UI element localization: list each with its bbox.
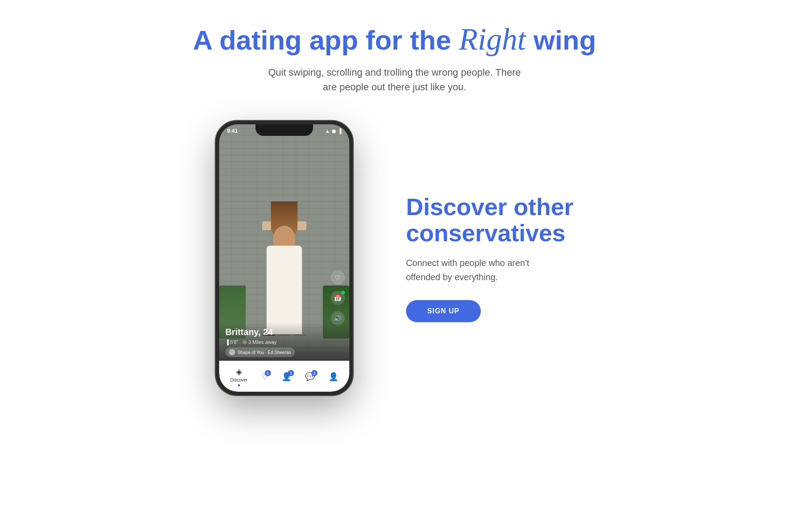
discover-icon: ◈ (236, 367, 242, 377)
phone-screen: 9:41 ▲ ◉ ▐ (219, 124, 349, 392)
progress-dot-3 (293, 335, 306, 336)
main-content: 9:41 ▲ ◉ ▐ (0, 121, 789, 395)
phone-notch (255, 124, 313, 136)
distance-value: 3 Miles away (248, 339, 277, 345)
nav-likes[interactable]: ♡ 1 (261, 372, 268, 382)
distance-detail: ◎ 3 Miles away (243, 339, 277, 345)
nav-discover-label: Discover (230, 378, 248, 382)
progress-dot-1 (263, 335, 276, 336)
action-icons: ♡ 📅 🔊 (331, 270, 345, 325)
phone-mockup: 9:41 ▲ ◉ ▐ (216, 121, 353, 395)
likes-icon: ♡ 1 (261, 372, 268, 382)
matches-icon: 👤 1 (282, 372, 291, 382)
headline-part2: wing (526, 25, 596, 55)
online-dot (341, 291, 345, 294)
profile-overlay: Brittany, 24 ▐ 5'8" ◎ 3 Miles away (219, 322, 349, 361)
nav-matches[interactable]: 👤 1 (282, 372, 291, 382)
phone-bottom-nav: ◈ Discover ♡ 1 👤 (219, 361, 349, 392)
status-icons: ▲ ◉ ▐ (325, 128, 341, 134)
likes-badge: 1 (265, 370, 271, 376)
person-body (267, 246, 302, 334)
right-content: Discover other conservatives Connect wit… (406, 194, 573, 323)
nav-messages[interactable]: 💬 1 (305, 372, 315, 382)
battery-icon: ▐ (338, 128, 341, 134)
messages-badge: 1 (311, 370, 317, 376)
messages-icon: 💬 1 (305, 372, 315, 382)
page-container: A dating app for the Right wing Quit swi… (0, 0, 789, 532)
nav-profile[interactable]: 👤 (329, 372, 338, 382)
height-value: 5'8" (230, 339, 238, 345)
nav-discover[interactable]: ◈ Discover (230, 367, 248, 386)
music-track: Shape of You · Ed Sheeran (238, 350, 291, 355)
profile-details: ▐ 5'8" ◎ 3 Miles away (225, 339, 343, 345)
height-detail: ▐ 5'8" (225, 339, 238, 345)
signal-icon: ▲ (325, 128, 330, 134)
feature-heading-line1: Discover other (406, 193, 573, 220)
status-time: 9:41 (227, 128, 238, 134)
phone-photo: ♡ 📅 🔊 Brittany, 24 (219, 124, 349, 361)
music-icon: ♪ (229, 349, 235, 355)
profile-nav-icon: 👤 (329, 372, 338, 382)
feature-heading-line2: conservatives (406, 220, 565, 246)
matches-badge: 1 (288, 370, 294, 376)
photo-progress (263, 335, 306, 336)
main-headline: A dating app for the Right wing (193, 22, 596, 56)
person-silhouette (249, 201, 320, 334)
location-icon: ◎ (243, 339, 247, 345)
feature-description: Connect with people who aren't offended … (406, 256, 565, 284)
progress-dot-2 (278, 335, 291, 336)
calendar-icon[interactable]: 📅 (331, 291, 345, 305)
wifi-icon: ◉ (332, 128, 336, 134)
phone-frame: 9:41 ▲ ◉ ▐ (216, 121, 353, 395)
signup-button[interactable]: SIGN UP (406, 300, 481, 322)
headline-subtitle: Quit swiping, scrolling and trolling the… (262, 65, 527, 94)
headline-cursive: Right (459, 22, 526, 56)
feature-heading: Discover other conservatives (406, 194, 573, 247)
nav-active-dot (238, 384, 240, 386)
music-bar: ♪ Shape of You · Ed Sheeran (225, 347, 295, 357)
like-icon[interactable]: ♡ (331, 270, 345, 285)
height-icon: ▐ (225, 339, 229, 345)
headline-part1: A dating app for the (193, 25, 459, 55)
headline-section: A dating app for the Right wing Quit swi… (193, 22, 596, 94)
